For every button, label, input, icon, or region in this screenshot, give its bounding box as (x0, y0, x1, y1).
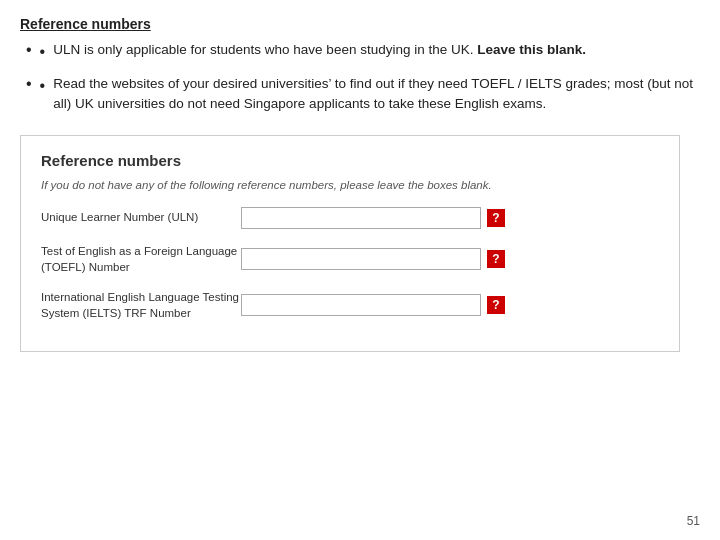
label-uln: Unique Learner Number (ULN) (41, 209, 241, 225)
bullet-list: • ULN is only applicable for students wh… (26, 40, 700, 115)
help-button-ielts[interactable]: ? (487, 296, 505, 314)
bullet-1-text-bold: Leave this blank. (477, 42, 586, 57)
page-number: 51 (687, 514, 700, 528)
page-container: Reference numbers • ULN is only applicab… (20, 16, 700, 352)
help-button-toefl[interactable]: ? (487, 250, 505, 268)
help-button-uln[interactable]: ? (487, 209, 505, 227)
input-toefl[interactable] (241, 248, 481, 270)
form-card: Reference numbers If you do not have any… (20, 135, 680, 352)
form-row-ielts: International English Language Testing S… (41, 289, 659, 321)
bullet-2-text: Read the websites of your desired univer… (53, 74, 700, 115)
form-card-subtitle: If you do not have any of the following … (41, 179, 659, 191)
input-ielts[interactable] (241, 294, 481, 316)
bullet-item-1: • ULN is only applicable for students wh… (26, 40, 700, 64)
bullet-1-text: ULN is only applicable for students who … (53, 40, 586, 60)
bullet-marker-2: • (40, 74, 46, 98)
form-row-uln: Unique Learner Number (ULN) ? (41, 207, 659, 229)
bullet-item-2: • Read the websites of your desired univ… (26, 74, 700, 115)
form-row-toefl: Test of English as a Foreign Language (T… (41, 243, 659, 275)
form-card-title: Reference numbers (41, 152, 659, 169)
bullet-marker: • (40, 40, 46, 64)
label-toefl: Test of English as a Foreign Language (T… (41, 243, 241, 275)
input-uln[interactable] (241, 207, 481, 229)
label-ielts: International English Language Testing S… (41, 289, 241, 321)
section-title: Reference numbers (20, 16, 700, 32)
bullet-1-text-before: ULN is only applicable for students who … (53, 42, 477, 57)
